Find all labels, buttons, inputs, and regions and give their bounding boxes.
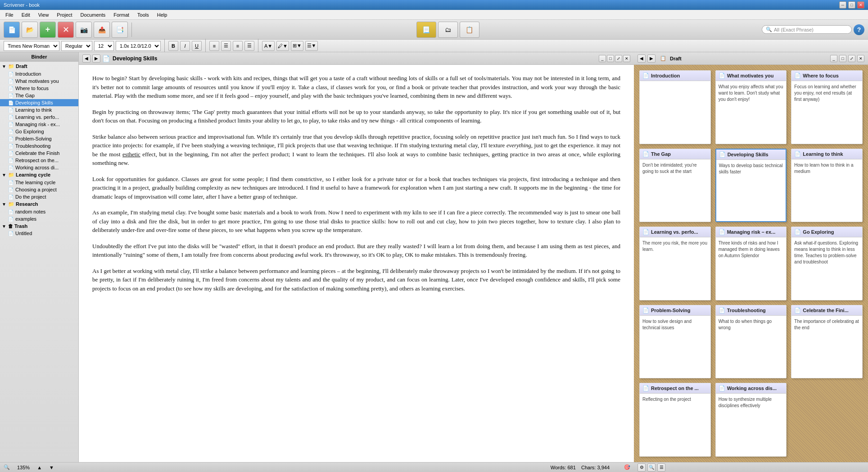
cork-btn-3[interactable]: ⤢ (848, 55, 855, 62)
table-button[interactable]: ⊞▼ (291, 41, 303, 51)
zoom-up-btn[interactable]: ▲ (37, 465, 42, 470)
snapshot-button[interactable]: 📷 (76, 22, 92, 38)
card-introduction[interactable]: 📄 Introduction (639, 70, 711, 144)
italic-button[interactable]: I (180, 41, 190, 51)
close-button[interactable]: ✕ (857, 1, 864, 9)
menu-tools[interactable]: Tools (134, 11, 153, 18)
search-box[interactable]: 🔍 All (Exact Phrase) (762, 25, 852, 34)
sidebar-item-examples[interactable]: 📄 examples (0, 215, 78, 222)
font-size-select[interactable]: 12 (94, 41, 114, 51)
menu-edit[interactable]: Edit (18, 11, 34, 18)
card-retrospect[interactable]: 📄 Retrospect on the ... Reflecting on th… (639, 383, 711, 457)
sidebar-item-developing-skills[interactable]: 📄 Developing Skills (0, 99, 78, 106)
cork-btn-1[interactable]: _ (830, 55, 837, 62)
outline-button[interactable]: 📋 (460, 22, 479, 38)
card-working-across[interactable]: 📄 Working across dis... How to synthesiz… (715, 383, 787, 457)
card-learning-think[interactable]: 📄 Learning to think How to learn how to … (791, 149, 863, 222)
document-content[interactable]: How to begin? Start by developing basic … (79, 65, 634, 462)
sidebar-item-random-notes[interactable]: 📄 random notes (0, 208, 78, 215)
doc-btn-1[interactable]: _ (599, 55, 606, 62)
open-button[interactable]: 📂 (22, 22, 38, 38)
bold-button[interactable]: B (168, 41, 178, 51)
sidebar-item-research-group[interactable]: ▼ 📁 Research (0, 200, 78, 208)
card-go-exploring-icon: 📄 (794, 229, 801, 235)
sidebar-item-managing-risk[interactable]: 📄 Managing risk - ex... (0, 121, 78, 128)
card-where-focus[interactable]: 📄 Where to focus Focus on learning and w… (791, 70, 863, 144)
sidebar-item-draft[interactable]: ▼ 📁 Draft (0, 63, 78, 70)
compile-button[interactable]: 📑 (112, 22, 128, 38)
card-the-gap[interactable]: 📄 The Gap Don't be intimidated; you're g… (639, 149, 711, 222)
card-problem-solving[interactable]: 📄 Problem-Solving How to solve design an… (639, 305, 711, 379)
menu-file[interactable]: File (2, 11, 17, 18)
sidebar-item-go-exploring[interactable]: 📄 Go Exploring (0, 128, 78, 135)
help-icon-button[interactable]: ? (854, 24, 864, 35)
card-celebrate[interactable]: 📄 Celebrate the Fini... The importance o… (791, 305, 863, 379)
doc-btn-3[interactable]: ⤢ (615, 55, 622, 62)
sidebar-item-problem-solving[interactable]: 📄 Problem-Solving (0, 135, 78, 142)
cork-status-btn-3[interactable]: ☰ (657, 463, 665, 472)
card-learning-think-icon: 📄 (794, 151, 801, 157)
sidebar-item-working-across[interactable]: 📄 Working across di... (0, 164, 78, 171)
sidebar-item-learning-vs[interactable]: 📄 Learning vs. perfo... (0, 113, 78, 121)
highlight-button[interactable]: 🖊▼ (276, 41, 289, 51)
cork-btn-4[interactable]: ✕ (857, 55, 864, 62)
text-color-button[interactable]: A▼ (262, 41, 275, 51)
sidebar-item-the-learning-cycle[interactable]: 📄 The learning cycle (0, 179, 78, 186)
menu-documents[interactable]: Documents (77, 11, 109, 18)
cork-nav-back[interactable]: ◀ (637, 54, 646, 63)
font-style-select[interactable]: Regular (61, 41, 92, 51)
export-button[interactable]: 📤 (94, 22, 110, 38)
underline-button[interactable]: U (192, 41, 202, 51)
sidebar-item-the-gap[interactable]: 📄 The Gap (0, 92, 78, 99)
card-go-exploring[interactable]: 📄 Go Exploring Ask what-if questions. Ex… (791, 227, 863, 300)
sidebar-item-trash-group[interactable]: ▼ 🗑 Trash (0, 222, 78, 230)
card-developing-skills[interactable]: 📄 Developing Skills Ways to develop basi… (715, 149, 787, 222)
nav-forward-button[interactable]: ▶ (92, 54, 100, 63)
maximize-button[interactable]: □ (848, 1, 855, 9)
cork-status-btn-1[interactable]: ⚙ (637, 463, 646, 472)
line-spacing-select[interactable]: 1.0x 12.0/12.0 ▼ (116, 41, 161, 51)
align-center-button[interactable]: ☰ (221, 41, 231, 51)
align-right-button[interactable]: ≡ (233, 41, 243, 51)
font-family-select[interactable]: Times New Roman (4, 41, 59, 51)
view-mode-button[interactable]: 📄 (4, 22, 20, 38)
card-troubleshooting[interactable]: 📄 Troubleshooting What to do when things… (715, 305, 787, 379)
list-button[interactable]: ☰▼ (305, 41, 318, 51)
sidebar-item-learning-think[interactable]: 📄 Learning to think (0, 106, 78, 113)
align-left-button[interactable]: ≡ (209, 41, 219, 51)
menu-project[interactable]: Project (53, 11, 76, 18)
cork-nav-forward[interactable]: ▶ (647, 54, 656, 63)
sidebar-item-introduction[interactable]: 📄 Introduction (0, 70, 78, 77)
add-button[interactable]: + (40, 22, 56, 38)
sidebar-item-learning-cycle-group[interactable]: ▼ 📁 Learning cycle (0, 171, 78, 179)
sidebar-item-untitled[interactable]: 📄 Untitled (0, 230, 78, 237)
nav-back-button[interactable]: ◀ (82, 54, 90, 63)
sidebar-item-where-focus[interactable]: 📄 Where to focus (0, 85, 78, 92)
zoom-down-btn[interactable]: ▼ (49, 465, 54, 470)
card-go-exploring-body: Ask what-if questions. Exploring means l… (791, 237, 862, 300)
doc-btn-2[interactable]: □ (607, 55, 614, 62)
scrivenings-button[interactable]: 📃 (416, 22, 436, 38)
sidebar-item-celebrate[interactable]: 📄 Celebrate the Finish (0, 150, 78, 157)
sidebar-item-choosing-project[interactable]: 📄 Choosing a project (0, 186, 78, 193)
align-justify-button[interactable]: ☰ (244, 41, 254, 51)
doc-btn-4[interactable]: ✕ (623, 55, 630, 62)
cork-status-btn-2[interactable]: 🔍 (647, 463, 656, 472)
card-managing-risk[interactable]: 📄 Managing risk – ex... Three kinds of r… (715, 227, 787, 300)
menu-help[interactable]: Help (154, 11, 171, 18)
card-troubleshooting-title: Troubleshooting (727, 308, 766, 313)
minimize-button[interactable]: ─ (839, 1, 846, 9)
sidebar-item-what-motivates[interactable]: 📄 What motivates you (0, 77, 78, 85)
corkboard-button[interactable]: 🗂 (438, 22, 458, 38)
sidebar-item-troubleshooting[interactable]: 📄 Troubleshooting (0, 142, 78, 150)
card-troubleshooting-icon: 📄 (719, 307, 725, 313)
menu-format[interactable]: Format (110, 11, 133, 18)
card-what-motivates[interactable]: 📄 What motivates you What you enjoy affe… (715, 70, 787, 144)
sidebar-item-do-project[interactable]: 📄 Do the project (0, 193, 78, 200)
cork-btn-2[interactable]: □ (839, 55, 846, 62)
card-celebrate-icon: 📄 (794, 307, 801, 313)
remove-button[interactable]: ✕ (58, 22, 74, 38)
menu-view[interactable]: View (35, 11, 53, 18)
sidebar-item-retrospect[interactable]: 📄 Retrospect on the... (0, 157, 78, 164)
card-learning-vs[interactable]: 📄 Learning vs. perfo... The more you ris… (639, 227, 711, 300)
